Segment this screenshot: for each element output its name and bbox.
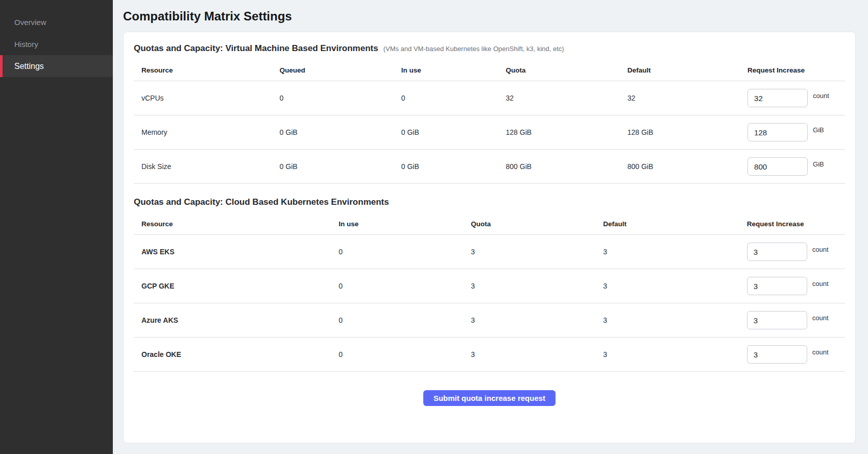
queued-value: 0 [280, 94, 401, 102]
unit-label: GiB [813, 126, 824, 134]
submit-button-row: Submit quota increase request [134, 390, 845, 406]
default-value: 32 [628, 94, 748, 102]
column-header-in-use: In use [401, 66, 506, 74]
cloud-quota-table: Resource In use Quota Default Request In… [134, 213, 845, 372]
column-header-quota: Quota [471, 220, 603, 228]
quota-value: 3 [471, 350, 603, 359]
column-header-resource: Resource [134, 66, 280, 74]
table-row-disk-size: Disk Size 0 GiB 0 GiB 800 GiB 800 GiB Gi… [134, 150, 845, 184]
app-window: Overview History Settings Compatibility … [0, 0, 868, 454]
unit-label: count [812, 314, 829, 322]
page-title: Compatibility Matrix Settings [123, 9, 856, 23]
in-use-value: 0 [339, 248, 471, 256]
resource-name: Memory [134, 128, 280, 136]
column-header-resource: Resource [134, 220, 339, 228]
vm-section-header: Quotas and Capacity: Virtual Machine Bas… [134, 43, 845, 54]
request-increase-input[interactable] [747, 277, 807, 295]
unit-label: count [812, 280, 829, 288]
request-increase-cell: count [747, 311, 845, 329]
resource-name: Oracle OKE [134, 350, 339, 359]
request-increase-cell: count [748, 89, 845, 107]
cloud-section-header: Quotas and Capacity: Cloud Based Kuberne… [134, 197, 845, 207]
in-use-value: 0 GiB [401, 128, 506, 136]
request-increase-cell: count [747, 277, 845, 295]
sidebar-item-overview[interactable]: Overview [0, 11, 113, 33]
quota-value: 32 [506, 94, 628, 102]
default-value: 800 GiB [628, 162, 748, 171]
in-use-value: 0 [401, 94, 506, 102]
cloud-table-header-row: Resource In use Quota Default Request In… [134, 213, 845, 235]
request-increase-input[interactable] [748, 157, 808, 176]
request-increase-input[interactable] [748, 123, 808, 141]
resource-name: AWS EKS [134, 248, 339, 256]
default-value: 3 [603, 316, 746, 324]
column-header-request-increase: Request Increase [748, 66, 845, 74]
column-header-quota: Quota [506, 66, 628, 74]
queued-value: 0 GiB [280, 128, 401, 136]
in-use-value: 0 [339, 316, 471, 324]
vm-section-title: Quotas and Capacity: Virtual Machine Bas… [134, 43, 378, 54]
request-increase-input[interactable] [747, 243, 807, 261]
vm-table-header-row: Resource Queued In use Quota Default Req… [134, 60, 845, 81]
vm-section-subtitle: (VMs and VM-based Kubernetes like OpenSh… [383, 45, 564, 53]
default-value: 3 [603, 282, 746, 290]
in-use-value: 0 [339, 350, 471, 359]
request-increase-cell: GiB [748, 157, 845, 176]
table-row-vcpus: vCPUs 0 0 32 32 count [134, 81, 845, 115]
table-row-azure-aks: Azure AKS 0 3 3 count [134, 303, 845, 338]
request-increase-input[interactable] [748, 89, 808, 107]
sidebar: Overview History Settings [0, 0, 113, 454]
column-header-default: Default [628, 66, 748, 74]
resource-name: Azure AKS [134, 316, 339, 324]
cloud-section-title: Quotas and Capacity: Cloud Based Kuberne… [134, 197, 389, 207]
column-header-in-use: In use [339, 220, 471, 228]
request-increase-input[interactable] [747, 311, 807, 329]
default-value: 3 [603, 248, 746, 256]
unit-label: count [812, 246, 829, 253]
column-header-request-increase: Request Increase [747, 220, 845, 228]
submit-quota-increase-button[interactable]: Submit quota increase request [423, 390, 556, 406]
default-value: 128 GiB [628, 128, 748, 136]
unit-label: GiB [813, 160, 824, 168]
default-value: 3 [603, 350, 746, 359]
request-increase-input[interactable] [747, 345, 807, 364]
quota-value: 800 GiB [506, 162, 628, 171]
table-row-oracle-oke: Oracle OKE 0 3 3 count [134, 338, 845, 372]
vm-quota-table: Resource Queued In use Quota Default Req… [134, 60, 845, 184]
request-increase-cell: count [747, 243, 845, 261]
main-content: Compatibility Matrix Settings Quotas and… [113, 0, 868, 454]
resource-name: GCP GKE [134, 282, 339, 290]
table-row-aws-eks: AWS EKS 0 3 3 count [134, 235, 845, 269]
quota-value: 128 GiB [506, 128, 628, 136]
resource-name: Disk Size [134, 162, 280, 171]
sidebar-item-settings[interactable]: Settings [0, 55, 113, 77]
column-header-default: Default [603, 220, 746, 228]
in-use-value: 0 GiB [401, 162, 506, 171]
quota-value: 3 [471, 282, 603, 290]
table-row-gcp-gke: GCP GKE 0 3 3 count [134, 269, 845, 303]
quota-settings-card: Quotas and Capacity: Virtual Machine Bas… [123, 32, 856, 443]
in-use-value: 0 [339, 282, 471, 290]
queued-value: 0 GiB [280, 162, 401, 171]
resource-name: vCPUs [134, 94, 280, 102]
unit-label: count [813, 92, 829, 100]
request-increase-cell: count [747, 345, 845, 364]
column-header-queued: Queued [280, 66, 401, 74]
request-increase-cell: GiB [748, 123, 845, 141]
quota-value: 3 [471, 316, 603, 324]
sidebar-item-history[interactable]: History [0, 33, 113, 55]
table-row-memory: Memory 0 GiB 0 GiB 128 GiB 128 GiB GiB [134, 115, 845, 150]
unit-label: count [812, 348, 829, 356]
quota-value: 3 [471, 248, 603, 256]
